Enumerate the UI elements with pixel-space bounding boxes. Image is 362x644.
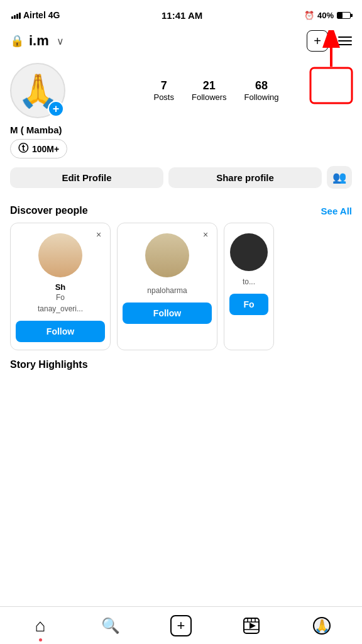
username-area: 🔒 i.m ∨ [10, 33, 64, 49]
svg-marker-4 [250, 623, 256, 629]
carrier-label: Airtel 4G [23, 10, 60, 20]
threads-badge[interactable]: ⓣ 100M+ [10, 139, 67, 158]
reels-icon [243, 617, 260, 635]
card-subtext-1: Fo [11, 292, 110, 303]
following-count: 68 [244, 79, 279, 92]
follow-button-3[interactable]: Fo [229, 294, 268, 315]
avatar-container: 🙏 + [10, 63, 65, 118]
home-dot [39, 638, 42, 641]
stats-row: 7 Posts 21 Followers 68 Following [80, 79, 352, 102]
reels-nav-item[interactable] [216, 607, 287, 644]
card-name-1: Sh [11, 282, 110, 292]
followers-stat[interactable]: 21 Followers [192, 79, 227, 102]
following-stat[interactable]: 68 Following [244, 79, 279, 102]
battery-icon [337, 12, 351, 19]
follow-button-2[interactable]: Follow [123, 303, 212, 324]
discover-scroll: × Sh Fo tanay_overi... Follow × npalohar… [0, 223, 362, 350]
share-profile-button[interactable]: Share profile [168, 167, 322, 188]
add-story-button[interactable]: + [48, 101, 64, 117]
lock-icon: 🔒 [10, 34, 24, 48]
threads-count: 100M+ [32, 144, 59, 154]
discover-card: × Sh Fo tanay_overi... Follow [10, 223, 111, 350]
close-card-2-button[interactable]: × [199, 228, 212, 241]
posts-label: Posts [153, 92, 174, 102]
following-label: Following [244, 92, 279, 102]
card-avatar-3 [230, 233, 268, 271]
bottom-nav: ⌂ 🔍 + 🙏 [0, 606, 362, 644]
nav-username: i.m [29, 33, 49, 49]
top-nav: 🔒 i.m ∨ + [0, 28, 362, 58]
add-nav-item[interactable]: + [146, 607, 216, 644]
search-icon: 🔍 [101, 617, 120, 635]
signal-icon [11, 11, 21, 19]
nav-right: + [307, 30, 352, 52]
discover-card-2: × npaloharma Follow [117, 223, 217, 350]
follow-button-1[interactable]: Follow [16, 321, 105, 342]
battery-label: 40% [317, 11, 334, 20]
posts-stat: 7 Posts [153, 79, 174, 102]
profile-top: 🙏 + 7 Posts 21 Followers 68 Following [10, 63, 352, 118]
discover-title: Discover people [10, 205, 88, 216]
menu-button[interactable] [338, 36, 352, 45]
discover-section: Discover people See All × Sh Fo tanay_ov… [0, 196, 362, 350]
add-icon: + [170, 615, 192, 636]
card-username-3: to... [224, 276, 273, 291]
status-bar: Airtel 4G 11:41 AM ⏰ 40% [0, 0, 362, 28]
see-all-button[interactable]: See All [321, 206, 352, 216]
alarm-icon: ⏰ [304, 11, 314, 20]
discover-card-3: to... Fo [224, 223, 274, 350]
story-highlights-title: Story Highlights [10, 359, 352, 370]
add-person-icon: 👥 [332, 170, 346, 184]
status-time: 11:41 AM [162, 10, 202, 21]
home-nav-item[interactable]: ⌂ [5, 607, 75, 644]
card-avatar-1 [38, 233, 82, 277]
card-username-1: tanay_overi... [11, 303, 110, 318]
profile-avatar-icon: 🙏 [313, 617, 331, 635]
add-post-button[interactable]: + [307, 30, 328, 52]
status-right: ⏰ 40% [304, 11, 351, 20]
chevron-down-icon[interactable]: ∨ [57, 35, 64, 47]
home-icon: ⌂ [35, 616, 46, 636]
threads-icon: ⓣ [18, 142, 28, 155]
followers-label: Followers [192, 92, 227, 102]
followers-count: 21 [192, 79, 227, 92]
card-avatar-2 [145, 233, 189, 277]
edit-profile-button[interactable]: Edit Profile [10, 167, 163, 188]
profile-nav-item[interactable]: 🙏 [287, 607, 357, 644]
search-nav-item[interactable]: 🔍 [75, 607, 146, 644]
story-highlights-section: Story Highlights [0, 350, 362, 377]
plus-icon: + [314, 34, 321, 48]
add-person-button[interactable]: 👥 [327, 166, 352, 189]
profile-section: 🙏 + 7 Posts 21 Followers 68 Following [0, 58, 362, 196]
profile-name: M ( Mamba) [10, 125, 352, 135]
status-left: Airtel 4G [11, 10, 60, 20]
posts-count: 7 [153, 79, 174, 92]
close-card-1-button[interactable]: × [92, 228, 105, 241]
card-username-2: npaloharma [118, 285, 217, 300]
action-buttons: Edit Profile Share profile 👥 [10, 166, 352, 189]
discover-header: Discover people See All [0, 196, 362, 223]
